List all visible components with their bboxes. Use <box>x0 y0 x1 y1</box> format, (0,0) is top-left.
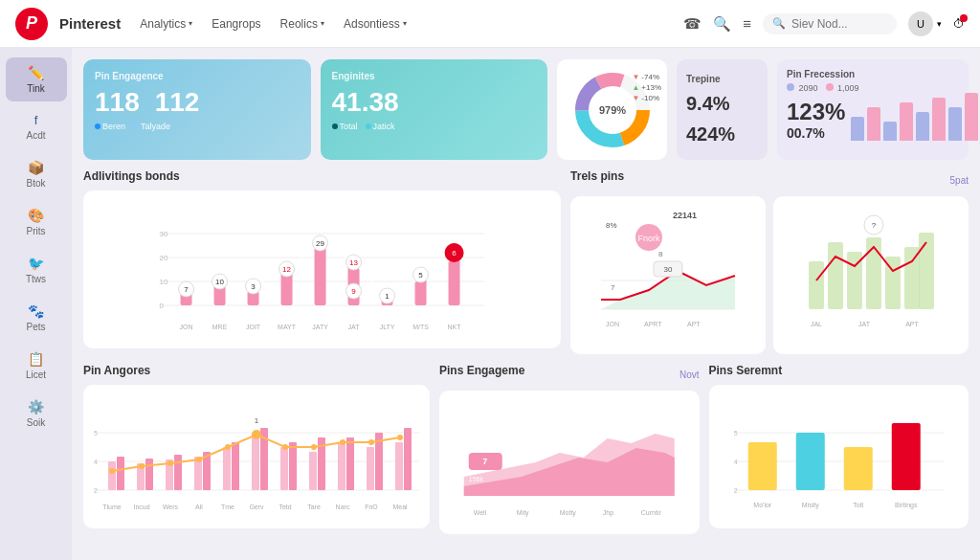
trels-svg-1: 8% 22141 JON APRT APT 7 8 Fnork <box>578 204 758 338</box>
sidebar: ✏️ Tink f Acdt 📦 Btok 🎨 Prits 🐦 Ttws 🐾 P… <box>0 48 72 560</box>
svg-text:Fnork: Fnork <box>638 234 661 243</box>
pins-seremnt-section: Pins Seremnt 2 4 5 <box>709 364 969 534</box>
trepine-title: Trepine <box>686 74 758 84</box>
sidebar-item-licet[interactable]: 📋 Licet <box>6 344 67 388</box>
recession-legend: 2090 1,009 <box>787 83 959 93</box>
svg-rect-22 <box>449 259 460 305</box>
avatar-area[interactable]: U ▾ <box>908 11 942 36</box>
svg-text:Tme: Tme <box>221 504 234 510</box>
trels-action[interactable]: 5pat <box>950 175 969 186</box>
sidebar-item-pets[interactable]: 🐾 Pets <box>6 296 67 340</box>
svg-text:9: 9 <box>351 287 356 296</box>
pins-engageme-action[interactable]: Novt <box>679 370 700 380</box>
search-icon[interactable]: 🔍 <box>713 15 731 33</box>
header: P Pinterest Analytics ▾ Eangrops Reolics… <box>0 0 980 48</box>
svg-text:Incud: Incud <box>133 504 149 510</box>
pets-icon: 🐾 <box>28 303 44 319</box>
sidebar-item-ttws[interactable]: 🐦 Ttws <box>6 248 67 292</box>
recession-small-val: 00.7% <box>787 125 845 141</box>
svg-text:12: 12 <box>282 265 291 274</box>
trepine-val1: 9.4% <box>686 93 758 115</box>
svg-rect-85 <box>108 461 116 490</box>
sidebar-item-tink[interactable]: ✏️ Tink <box>6 57 67 101</box>
svg-text:8%: 8% <box>606 221 617 230</box>
trepine-val2: 424% <box>686 123 758 146</box>
pins-seremnt-title: Pins Seremnt <box>709 364 969 377</box>
engines-legend: Total Jatick <box>332 122 537 131</box>
sidebar-item-soik[interactable]: ⚙️ Soik <box>6 392 67 436</box>
svg-text:10: 10 <box>160 278 168 286</box>
logo: P <box>15 8 48 40</box>
pins-engageme-chart: 7 156k Well Mity Motty Jhp Curntir <box>439 391 700 534</box>
search-input[interactable] <box>791 17 887 31</box>
trels-title: Trels pins <box>570 169 624 183</box>
svg-text:Birtings: Birtings <box>895 502 918 509</box>
svg-text:22141: 22141 <box>673 211 697 220</box>
nav-reolics[interactable]: Reolics ▾ <box>273 13 332 34</box>
svg-text:Motty: Motty <box>560 509 577 517</box>
adlivitings-section: Adlivitings bonds 0 10 20 30 <box>83 169 561 354</box>
notification-icon[interactable]: ⏱ <box>953 17 965 31</box>
svg-text:13: 13 <box>349 258 358 267</box>
trels-chart-1: 8% 22141 JON APRT APT 7 8 Fnork <box>570 196 766 354</box>
svg-text:Curntir: Curntir <box>641 509 662 516</box>
svg-text:M/TS: M/TS <box>412 324 429 330</box>
pins-engageme-svg: 7 156k Well Mity Motty Jhp Curntir <box>449 400 690 525</box>
svg-text:JAT: JAT <box>858 321 871 327</box>
svg-text:7: 7 <box>482 457 487 466</box>
svg-rect-106 <box>404 428 412 490</box>
btok-icon: 📦 <box>28 160 44 175</box>
svg-rect-90 <box>174 455 182 490</box>
svg-point-115 <box>311 444 317 450</box>
svg-text:8: 8 <box>658 250 663 258</box>
nav-eangrops[interactable]: Eangrops <box>204 13 268 34</box>
pin-angores-chart: 2 4 5 <box>83 385 430 528</box>
bar-8 <box>965 93 978 141</box>
svg-text:Narc: Narc <box>336 504 350 510</box>
phone-icon[interactable]: ☎ <box>683 15 702 33</box>
avatar-chevron-icon: ▾ <box>937 19 942 29</box>
ttws-icon: 🐦 <box>28 256 44 271</box>
sidebar-item-prits[interactable]: 🎨 Prits <box>6 200 67 244</box>
svg-text:APT: APT <box>687 321 701 327</box>
svg-text:5: 5 <box>418 271 423 280</box>
sidebar-item-acdt[interactable]: f Acdt <box>6 105 67 148</box>
svg-text:?: ? <box>872 221 877 230</box>
svg-text:5: 5 <box>733 430 737 437</box>
svg-point-114 <box>282 444 288 450</box>
acdt-icon: f <box>34 113 38 127</box>
svg-text:NKT: NKT <box>448 324 462 330</box>
svg-rect-101 <box>338 442 345 490</box>
pin-engagement-card: Pin Engagence 118 112 Beren Talyade <box>83 59 311 160</box>
bar-2 <box>867 107 880 141</box>
engines-title: Enginites <box>332 71 537 81</box>
svg-text:APRT: APRT <box>644 321 662 327</box>
menu-icon[interactable]: ≡ <box>743 15 751 32</box>
pin-engagement-val1: 118 <box>95 87 140 118</box>
svg-text:MRE: MRE <box>212 324 228 330</box>
chevron-down-icon-3: ▾ <box>403 19 407 28</box>
svg-text:MAYT: MAYT <box>278 324 297 330</box>
svg-rect-97 <box>280 447 288 490</box>
sidebar-item-btok[interactable]: 📦 Btok <box>6 152 67 196</box>
trepine-card: Trepine 9.4% 424% <box>677 59 768 160</box>
svg-text:JON: JON <box>180 324 193 330</box>
nav-analytics[interactable]: Analytics ▾ <box>132 13 200 34</box>
chevron-down-icon-2: ▾ <box>321 19 324 28</box>
nav-adsontiess[interactable]: Adsontiess ▾ <box>336 13 414 34</box>
svg-text:JAT: JAT <box>348 324 361 330</box>
bar-4 <box>900 102 913 141</box>
trels-header: Trels pins 5pat <box>570 169 969 190</box>
search-magnify-icon: 🔍 <box>772 17 786 30</box>
notification-badge <box>960 14 968 22</box>
svg-text:4: 4 <box>733 459 737 465</box>
bar-1 <box>851 117 864 141</box>
pin-engagement-val2: 112 <box>155 87 200 118</box>
pins-seremnt-chart: 2 4 5 Mo'lor Misity Tolt Birtings <box>709 385 969 528</box>
svg-text:JATY: JATY <box>312 324 328 330</box>
svg-rect-99 <box>309 452 317 490</box>
engines-numbers: 41.38 <box>332 87 537 118</box>
svg-text:10: 10 <box>215 278 224 286</box>
svg-point-108 <box>139 463 145 469</box>
svg-rect-73 <box>919 233 934 309</box>
